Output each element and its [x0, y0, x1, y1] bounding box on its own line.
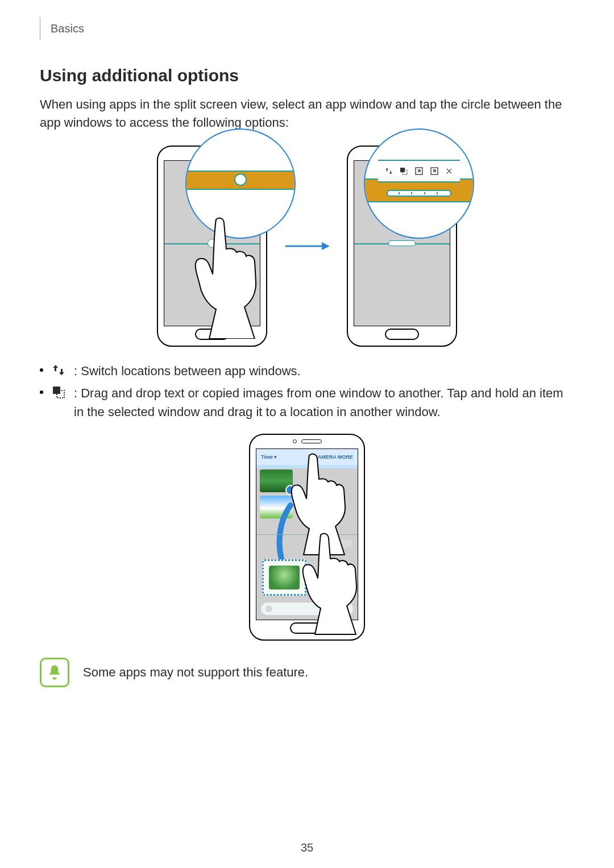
section-lead: When using apps in the split screen view…: [40, 95, 574, 132]
compose-bar: [261, 603, 353, 615]
bullet-icon: [40, 368, 43, 372]
phone-illustration-dragdrop: Time ▾ CAMERA MORE: [249, 434, 365, 641]
note-callout: Some apps may not support this feature.: [40, 658, 574, 687]
attach-icon: [265, 605, 272, 612]
swap-icon: [384, 167, 393, 176]
split-options-toolbar: [378, 160, 460, 182]
figure-drag-drop: Time ▾ CAMERA MORE: [40, 434, 574, 641]
note-text: Some apps may not support this feature.: [83, 665, 308, 680]
options-list: : Switch locations between app windows. …: [40, 362, 574, 421]
home-button: [290, 622, 324, 634]
option-text: : Switch locations between app windows.: [74, 362, 574, 380]
open-popup-icon: [430, 167, 439, 176]
phone-screen: Time ▾ CAMERA MORE: [256, 448, 358, 620]
magnifier-options-zoom: [364, 128, 474, 239]
split-handle-expanded: [388, 240, 416, 246]
section-title: Using additional options: [40, 66, 574, 85]
gallery-header-right: CAMERA MORE: [314, 454, 353, 460]
option-item: : Switch locations between app windows.: [40, 362, 574, 380]
header-rule: [40, 17, 40, 40]
option-item: : Drag and drop text or copied images fr…: [40, 384, 574, 421]
drop-target: [262, 559, 306, 596]
gallery-header: Time ▾ CAMERA MORE: [256, 449, 358, 465]
drag-copy-icon: [51, 385, 66, 400]
split-handle-zoom: [234, 173, 247, 186]
split-handle: [208, 239, 217, 248]
magnifier-handle-zoom: [185, 128, 296, 239]
note-bell-icon: [40, 658, 69, 687]
close-icon: [445, 167, 454, 176]
page-header: Basics: [40, 17, 574, 40]
page-number: 35: [0, 841, 614, 854]
figure-split-options: [40, 146, 574, 347]
option-text: : Drag and drop text or copied images fr…: [74, 384, 574, 421]
gallery-header-left: Time ▾: [261, 454, 277, 460]
message-bubble-placeholder: [341, 540, 352, 548]
split-handle-tray: [387, 190, 451, 197]
thumbnail: [260, 470, 293, 492]
home-button: [195, 329, 229, 340]
breadcrumb: Basics: [51, 22, 84, 35]
swap-icon: [51, 363, 66, 377]
home-button: [385, 329, 419, 340]
maximize-pane-icon: [414, 167, 424, 176]
svg-marker-1: [322, 242, 330, 250]
drag-copy-icon: [399, 167, 408, 176]
arrow-right-icon: [284, 240, 330, 252]
bullet-icon: [40, 391, 43, 394]
